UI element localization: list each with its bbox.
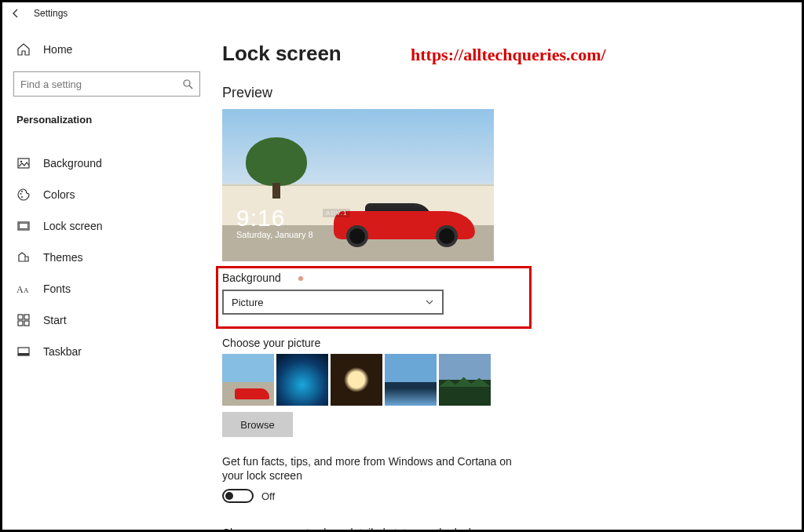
body: Home Personalization Background (2, 24, 802, 530)
svg-line-1 (189, 86, 192, 89)
back-icon[interactable] (10, 8, 23, 19)
background-dropdown[interactable]: Picture (222, 290, 444, 315)
sidebar-item-start[interactable]: Start (13, 306, 200, 334)
choose-picture-label: Choose your picture (222, 337, 802, 349)
svg-rect-13 (18, 321, 23, 326)
sidebar-item-background[interactable]: Background (13, 149, 200, 177)
picture-thumbnail[interactable] (222, 354, 274, 406)
sidebar: Home Personalization Background (2, 24, 206, 530)
fun-facts-toggle-row: Off (222, 489, 802, 503)
preview-clock: 9:16 Saturday, January 8 (236, 205, 313, 239)
preview-label: Preview (222, 85, 802, 101)
sidebar-home-label: Home (43, 43, 72, 56)
preview-date: Saturday, January 8 (236, 230, 313, 239)
fun-facts-toggle[interactable] (222, 489, 254, 503)
search-box[interactable] (13, 71, 200, 97)
picture-icon (16, 156, 31, 170)
chevron-down-icon (425, 297, 434, 307)
svg-point-4 (20, 193, 22, 195)
sidebar-item-fonts[interactable]: AA Fonts (13, 275, 200, 303)
picture-thumbnail[interactable] (276, 354, 328, 406)
lockscreen-preview: ADV.1 9:16 Saturday, January 8 (222, 109, 494, 261)
svg-text:A: A (16, 284, 24, 294)
sidebar-item-taskbar[interactable]: Taskbar (13, 337, 200, 366)
picture-thumbnail[interactable] (439, 354, 491, 406)
annotation-dot (298, 276, 303, 281)
titlebar: Settings (2, 2, 802, 24)
svg-rect-16 (18, 353, 29, 355)
nav: Background Colors Lock screen (13, 149, 200, 366)
sidebar-item-label: Colors (43, 188, 75, 201)
main-content: Lock screen https://alltechqueries.com/ … (206, 24, 802, 530)
app-title: Settings (34, 8, 68, 19)
svg-rect-11 (18, 315, 23, 319)
sidebar-item-label: Fonts (43, 282, 71, 295)
svg-point-0 (184, 80, 190, 86)
browse-button[interactable]: Browse (222, 412, 293, 437)
lockscreen-icon (16, 219, 31, 233)
sidebar-item-colors[interactable]: Colors (13, 180, 200, 209)
themes-icon (16, 250, 31, 264)
background-label: Background (222, 271, 281, 284)
sidebar-item-label: Start (43, 314, 67, 326)
start-icon (16, 313, 31, 327)
taskbar-icon (16, 344, 31, 359)
sidebar-item-label: Taskbar (43, 345, 82, 358)
home-icon (16, 42, 31, 56)
sidebar-item-lockscreen[interactable]: Lock screen (13, 212, 200, 240)
search-icon (182, 78, 193, 89)
sidebar-item-label: Background (43, 157, 102, 169)
svg-point-6 (21, 196, 23, 198)
svg-rect-8 (20, 224, 28, 229)
search-input[interactable] (20, 78, 182, 90)
svg-text:A: A (24, 286, 29, 294)
sidebar-section-label: Personalization (13, 114, 200, 126)
sidebar-item-label: Themes (43, 251, 83, 264)
svg-rect-14 (24, 321, 29, 326)
svg-point-5 (21, 191, 23, 192)
thumbnail-row (222, 354, 802, 406)
sidebar-item-label: Lock screen (43, 220, 102, 232)
overlay-url: https://alltechqueries.com/ (411, 45, 606, 65)
settings-window: Settings Home Personalization (0, 0, 804, 532)
sidebar-item-home[interactable]: Home (13, 34, 200, 65)
preview-time: 9:16 (236, 205, 313, 231)
background-section: Background Picture (222, 271, 538, 315)
fun-facts-toggle-state: Off (261, 490, 275, 502)
preview-car (334, 200, 475, 247)
palette-icon (16, 188, 31, 202)
status-app-label: Choose one app to show detailed status o… (222, 527, 521, 530)
svg-rect-12 (24, 315, 29, 319)
preview-badge: ADV.1 (323, 209, 350, 217)
picture-thumbnail[interactable] (331, 354, 382, 406)
background-dropdown-value: Picture (232, 297, 263, 308)
preview-tree (246, 137, 307, 199)
svg-point-3 (20, 161, 22, 162)
picture-thumbnail[interactable] (385, 354, 437, 406)
sidebar-item-themes[interactable]: Themes (13, 243, 200, 271)
fonts-icon: AA (16, 282, 31, 296)
fun-facts-label: Get fun facts, tips, and more from Windo… (222, 454, 521, 483)
